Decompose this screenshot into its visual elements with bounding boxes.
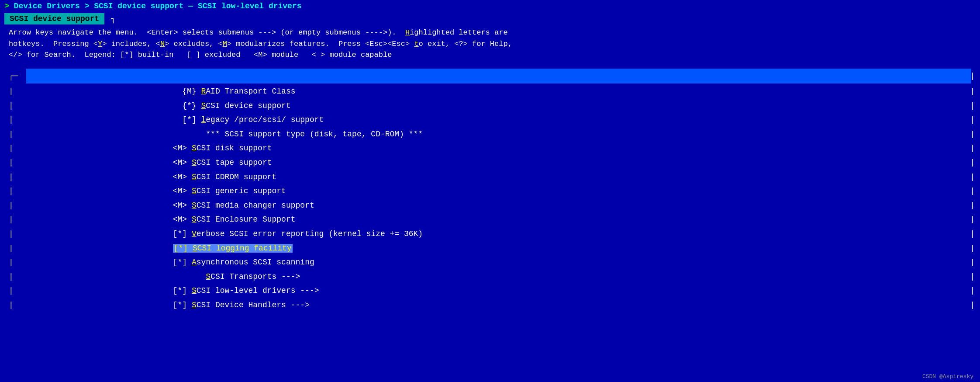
pipe-generic: | xyxy=(9,184,14,198)
pipe-cdrom: | xyxy=(9,170,14,184)
pipe-media-right: | xyxy=(970,199,975,212)
pipe-tape-right: | xyxy=(970,156,975,170)
selected-empty-row[interactable] xyxy=(26,69,971,84)
pipe-raid: | xyxy=(9,85,14,98)
pipe-enclosure: | xyxy=(9,213,14,226)
menu-item-transports[interactable]: | SCSI Transports ---> | xyxy=(0,270,980,284)
handlers-content: [*] SCSI Device Handlers ---> xyxy=(22,299,323,312)
pipe-handlers: | xyxy=(9,299,14,312)
menu-item-async[interactable]: | [*] Asynchronous SCSI scanning | xyxy=(0,255,980,270)
pipe-handlers-right: | xyxy=(970,299,975,312)
left-pipe-top: ┌─ xyxy=(9,69,18,83)
pipe-media: | xyxy=(9,199,14,212)
menu-container: ┌─ | | {M} RAID Transport Class | | xyxy=(0,68,980,313)
title-arrow: > xyxy=(4,2,14,10)
scsi-content: {*} SCSI device support xyxy=(22,99,304,113)
pipe-raid-right: | xyxy=(970,85,975,98)
cdrom-content: <M> SCSI CDROM support xyxy=(22,170,290,184)
menu-item-handlers[interactable]: | [*] SCSI Device Handlers ---> | xyxy=(0,298,980,313)
pipe-transports-right: | xyxy=(970,270,975,284)
help-line2: hotkeys. Pressing <Y> includes, <N> excl… xyxy=(9,38,971,50)
transports-content: SCSI Transports ---> xyxy=(22,270,313,284)
menu-item-cdrom[interactable]: | <M> SCSI CDROM support | xyxy=(0,170,980,184)
pipe-lowlevel-right: | xyxy=(970,284,975,298)
menu-item-lowlevel[interactable]: | [*] SCSI low-level drivers ---> | xyxy=(0,284,980,298)
pipe-scsi: | xyxy=(9,99,14,113)
enclosure-content: <M> SCSI Enclosure Support xyxy=(22,213,309,226)
pipe-cdrom-right: | xyxy=(970,170,975,184)
menu-item-media-changer[interactable]: | <M> SCSI media changer support | xyxy=(0,198,980,213)
pipe-verbose-right: | xyxy=(970,227,975,241)
menu-item-enclosure[interactable]: | <M> SCSI Enclosure Support | xyxy=(0,212,980,227)
pipe-legacy: | xyxy=(9,113,14,127)
pipe-enclosure-right: | xyxy=(970,213,975,226)
pipe-legacy-right: | xyxy=(970,113,975,127)
pipe-scsi-type: | xyxy=(9,128,14,141)
terminal: > Device Drivers > SCSI device support —… xyxy=(0,0,980,382)
pipe-disk-right: | xyxy=(970,142,975,155)
pipe-lowlevel: | xyxy=(9,284,14,298)
pipe-scsi-type-right: | xyxy=(970,128,975,141)
subtitle-label: SCSI device support xyxy=(4,13,104,24)
raid-content: {M} RAID Transport Class xyxy=(22,85,309,98)
menu-item-raid[interactable]: | {M} RAID Transport Class | xyxy=(0,84,980,99)
highlighted-word: H xyxy=(405,28,410,37)
help-line1: Arrow keys navigate the menu. <Enter> se… xyxy=(9,27,971,38)
help-line3: </> for Search. Legend: [*] built-in [ ]… xyxy=(9,49,971,61)
subtitle-arrow: ┐ xyxy=(109,14,116,23)
pipe-scsi-right: | xyxy=(970,99,975,113)
tape-content: <M> SCSI tape support xyxy=(22,156,285,170)
disk-content: <M> SCSI disk support xyxy=(22,142,285,155)
menu-item-logging[interactable]: | [*] SCSI logging facility | xyxy=(0,241,980,256)
pipe-generic-right: | xyxy=(970,184,975,198)
menu-item-legacy[interactable]: | [*] legacy /proc/scsi/ support | xyxy=(0,113,980,127)
pipe-logging: | xyxy=(9,242,14,255)
menu-item-disk[interactable]: | <M> SCSI disk support | xyxy=(0,141,980,156)
generic-content: <M> SCSI generic support xyxy=(22,184,299,198)
menu-item-verbose[interactable]: | [*] Verbose SCSI error reporting (kern… xyxy=(0,227,980,241)
menu-item-scsi-type: | *** SCSI support type (disk, tape, CD-… xyxy=(0,127,980,142)
help-text: Arrow keys navigate the menu. <Enter> se… xyxy=(0,24,980,63)
menu-item-tape[interactable]: | <M> SCSI tape support | xyxy=(0,156,980,170)
pipe-disk: | xyxy=(9,142,14,155)
legacy-content: [*] legacy /proc/scsi/ support xyxy=(22,113,337,127)
pipe-async-right: | xyxy=(970,256,975,269)
menu-item-scsi-device[interactable]: | {*} SCSI device support | xyxy=(0,99,980,113)
menu-item-generic[interactable]: | <M> SCSI generic support | xyxy=(0,184,980,198)
async-content: [*] Asynchronous SCSI scanning xyxy=(22,256,328,269)
media-content: <M> SCSI media changer support xyxy=(22,199,328,212)
pipe-tape: | xyxy=(9,156,14,170)
pipe-verbose: | xyxy=(9,227,14,241)
breadcrumb: Device Drivers > SCSI device support — S… xyxy=(14,2,302,10)
watermark: CSDN @Aspiresky xyxy=(922,373,973,380)
lowlevel-content: [*] SCSI low-level drivers ---> xyxy=(22,284,332,298)
logging-content: [*] SCSI logging facility xyxy=(22,242,306,255)
pipe-transports: | xyxy=(9,270,14,284)
scsi-type-content: *** SCSI support type (disk, tape, CD-RO… xyxy=(22,128,436,141)
right-pipe-top: | xyxy=(970,69,975,83)
pipe-logging-right: | xyxy=(970,242,975,255)
pipe-async: | xyxy=(9,256,14,269)
menu-top-row: ┌─ | xyxy=(0,68,980,85)
verbose-content: [*] Verbose SCSI error reporting (kernel… xyxy=(22,227,436,241)
